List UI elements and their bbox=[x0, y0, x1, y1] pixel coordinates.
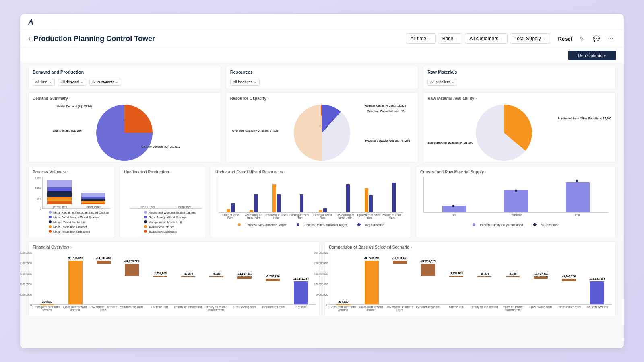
chart-process-volumes: Process Volumes 150K 100K 50K 0 Texas Pl… bbox=[28, 166, 115, 238]
panel-demand-title: Demand and Production bbox=[33, 70, 217, 74]
reset-button[interactable]: Reset bbox=[558, 36, 572, 42]
panel-resources-title: Resources bbox=[230, 70, 414, 74]
chart-demand-summary: Demand Summary UnMet Demand (U): 55,749 … bbox=[28, 93, 221, 163]
panel-raw-title: Raw Materials bbox=[427, 70, 611, 74]
titlebar: ‹ Production Planning Control Tower All … bbox=[20, 29, 624, 48]
run-optimiser-button[interactable]: Run Optimiser bbox=[568, 51, 616, 60]
chart-utilisation: Under and Over Utilised Resources bbox=[211, 166, 411, 238]
utilisation-title[interactable]: Under and Over Utilised Resources bbox=[215, 170, 407, 174]
process-volumes-title[interactable]: Process Volumes bbox=[33, 170, 110, 174]
run-bar: Run Optimiser bbox=[20, 48, 624, 63]
demand-filter-demand[interactable]: All demand bbox=[58, 79, 86, 86]
app-window: A ‹ Production Planning Control Tower Al… bbox=[20, 14, 624, 348]
back-icon[interactable]: ‹ bbox=[28, 35, 30, 42]
filter-customers[interactable]: All customers bbox=[465, 33, 508, 44]
chart-raw-availability: Raw Material Availability Purchased from… bbox=[423, 93, 616, 163]
financial-title[interactable]: Financial Overview bbox=[33, 245, 315, 249]
unallocated-title[interactable]: Unallocated Production bbox=[124, 170, 202, 174]
chart-unallocated: Unallocated Production Texas Plant Brazi… bbox=[120, 166, 206, 238]
panel-raw: Raw Materials All suppliers bbox=[423, 66, 616, 89]
page-title: Production Planning Control Tower bbox=[33, 35, 155, 43]
panel-demand: Demand and Production All time All deman… bbox=[28, 66, 221, 89]
panel-resources: Resources All locations bbox=[226, 66, 419, 89]
raw-availability-title[interactable]: Raw Material Availability bbox=[427, 96, 611, 101]
logo-icon: A bbox=[28, 18, 33, 26]
more-icon[interactable]: ⋯ bbox=[605, 33, 616, 44]
resource-capacity-title[interactable]: Resource Capacity bbox=[230, 96, 414, 101]
filter-supply[interactable]: Total Supply bbox=[510, 33, 550, 44]
comment-icon[interactable]: 💬 bbox=[591, 33, 601, 44]
filter-scenario[interactable]: Base bbox=[438, 33, 462, 44]
resources-filter-locations[interactable]: All locations bbox=[230, 79, 260, 86]
edit-icon[interactable]: ✎ bbox=[576, 33, 587, 44]
filter-time[interactable]: All time bbox=[406, 33, 435, 44]
constrained-supply-title[interactable]: Constrained Raw Material Supply bbox=[420, 170, 611, 174]
demand-filter-time[interactable]: All time bbox=[33, 79, 55, 86]
chart-constrained-supply: Constrained Raw Material Supply Oak Recl… bbox=[416, 166, 616, 238]
chart-comparison: Comparison of Base vs Selected Scenario … bbox=[324, 241, 616, 317]
raw-filter-suppliers[interactable]: All suppliers bbox=[427, 79, 457, 86]
chart-resource-capacity: Resource Capacity Regular Capacity Used:… bbox=[226, 93, 419, 163]
demand-filter-customers[interactable]: All customers bbox=[89, 79, 121, 86]
chart-financial-overview: Financial Overview 250000000200000000150… bbox=[28, 241, 320, 317]
comparison-title[interactable]: Comparison of Base vs Selected Scenario bbox=[329, 245, 611, 249]
dashboard-content[interactable]: Demand and Production All time All deman… bbox=[20, 63, 624, 348]
topbar: A bbox=[20, 14, 624, 29]
demand-summary-title[interactable]: Demand Summary bbox=[33, 96, 217, 101]
